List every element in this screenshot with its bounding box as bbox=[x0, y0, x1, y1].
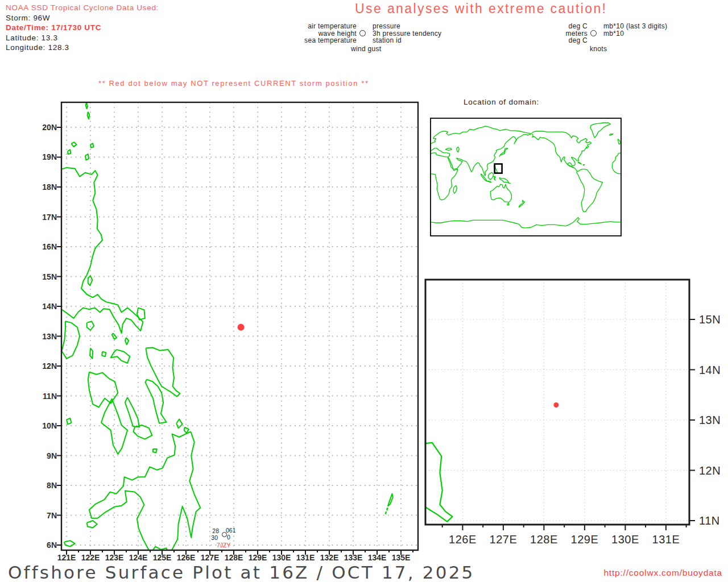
unit-deg-c-sea: deg C bbox=[568, 37, 588, 44]
station-model-legend: air temperature wave height sea temperat… bbox=[297, 23, 441, 44]
x-tick-label: 129E bbox=[244, 553, 271, 562]
unit-deg-c-air: deg C bbox=[568, 23, 588, 30]
y-tick-label: 10N bbox=[32, 421, 57, 430]
legend-pressure: pressure bbox=[373, 23, 400, 30]
storm-id-line: Storm: 96W bbox=[6, 13, 159, 23]
y-tick-label: 15N bbox=[32, 272, 57, 281]
y-tick-label: 16N bbox=[32, 242, 57, 251]
y-tick-label: 12N bbox=[32, 361, 57, 371]
y-tick-label: 11N bbox=[699, 514, 728, 527]
x-tick-label: 126E bbox=[442, 533, 482, 546]
x-tick-label: 134E bbox=[363, 553, 391, 562]
y-tick-label: 14N bbox=[32, 302, 57, 311]
station-tendency: 0 bbox=[227, 534, 230, 541]
storm-position-dot bbox=[553, 402, 559, 408]
x-tick-label: 130E bbox=[605, 533, 645, 546]
y-tick-label: 6N bbox=[32, 541, 57, 550]
zoom-map bbox=[425, 280, 689, 525]
x-tick-label: 121E bbox=[53, 553, 80, 562]
x-tick-label: 132E bbox=[316, 553, 343, 562]
latitude-line: Latitude: 13.3 bbox=[6, 33, 159, 43]
legend-station-id: station id bbox=[373, 37, 402, 44]
unit-knots: knots bbox=[590, 45, 607, 53]
station-pressure: 061 bbox=[226, 527, 236, 534]
caution-headline: Use analyses with extreme caution! bbox=[355, 1, 607, 16]
inset-title: Location of domain: bbox=[464, 98, 539, 106]
x-tick-label: 130E bbox=[268, 553, 295, 562]
station-circle-icon bbox=[359, 30, 366, 36]
plot-title: Offshore Surface Plot at 16Z / OCT 17, 2… bbox=[8, 562, 475, 582]
source-url: http://coolwx.com/buoydata bbox=[603, 568, 722, 578]
y-tick-label: 12N bbox=[699, 464, 728, 477]
y-tick-label: 11N bbox=[32, 392, 57, 401]
unit-mb10: mb*10 bbox=[603, 30, 624, 38]
main-map-svg bbox=[61, 102, 418, 550]
red-dot-warning: ** Red dot below may NOT represent CURRE… bbox=[98, 79, 369, 88]
storm-info-block: NOAA SSD Tropical Cyclone Data Used: Sto… bbox=[6, 3, 159, 53]
main-map bbox=[61, 102, 418, 550]
y-tick-label: 13N bbox=[699, 414, 728, 427]
x-tick-label: 135E bbox=[387, 553, 415, 562]
datetime-line: Date/Time: 17/1730 UTC bbox=[6, 23, 159, 33]
station-units-legend: deg C meters deg C mb*10 (last 3 digits)… bbox=[529, 23, 667, 44]
x-tick-label: 126E bbox=[172, 553, 200, 562]
y-tick-label: 17N bbox=[32, 213, 57, 222]
longitude-line: Longitude: 128.3 bbox=[6, 43, 159, 53]
station-circle-icon bbox=[590, 30, 597, 36]
world-inset-map bbox=[431, 118, 621, 236]
x-tick-label: 133E bbox=[340, 553, 367, 562]
x-tick-label: 127E bbox=[483, 533, 523, 546]
y-tick-label: 13N bbox=[32, 332, 57, 341]
y-tick-label: 9N bbox=[32, 451, 57, 460]
x-tick-label: 128E bbox=[524, 533, 564, 546]
y-tick-label: 8N bbox=[32, 481, 57, 490]
y-tick-label: 20N bbox=[32, 123, 57, 132]
y-tick-label: 15N bbox=[699, 313, 728, 326]
x-tick-label: 123E bbox=[101, 553, 128, 562]
y-tick-label: 18N bbox=[32, 182, 57, 192]
x-tick-label: 125E bbox=[148, 553, 176, 562]
noaa-data-line: NOAA SSD Tropical Cyclone Data Used: bbox=[6, 3, 159, 13]
legend-sea-temperature: sea temperature bbox=[304, 37, 357, 44]
offshore-surface-plot: NOAA SSD Tropical Cyclone Data Used: Sto… bbox=[0, 0, 728, 582]
x-tick-label: 129E bbox=[565, 533, 605, 546]
x-tick-label: 122E bbox=[77, 553, 104, 562]
x-tick-label: 124E bbox=[125, 553, 152, 562]
station-callsign: 7JZY bbox=[217, 542, 231, 548]
y-tick-label: 14N bbox=[699, 364, 728, 377]
x-tick-label: 127E bbox=[196, 553, 224, 562]
legend-wind-gust: wind gust bbox=[351, 45, 381, 53]
y-tick-label: 19N bbox=[32, 152, 57, 161]
y-tick-label: 7N bbox=[32, 511, 57, 520]
station-sea-temp: 30 bbox=[211, 534, 218, 541]
x-tick-label: 131E bbox=[292, 553, 319, 562]
legend-air-temperature: air temperature bbox=[308, 23, 357, 30]
x-tick-label: 128E bbox=[220, 553, 247, 562]
unit-mb10-last3: mb*10 (last 3 digits) bbox=[603, 23, 667, 30]
world-map-svg bbox=[431, 118, 621, 236]
zoom-map-svg bbox=[425, 280, 689, 525]
x-tick-label: 131E bbox=[646, 533, 686, 546]
storm-position-dot bbox=[238, 324, 245, 331]
station-air-temp: 28 bbox=[212, 527, 219, 534]
